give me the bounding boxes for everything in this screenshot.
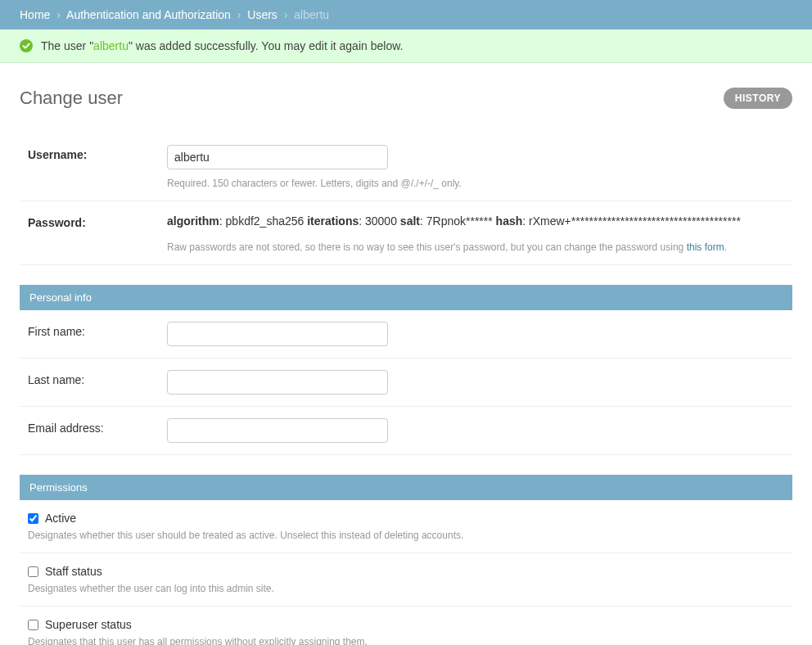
password-info: algorithm: pbkdf2_sha256 iterations: 300… (167, 213, 784, 230)
page-title: Change user (20, 88, 123, 109)
superuser-label[interactable]: Superuser status (45, 618, 132, 631)
personal-info-heading: Personal info (20, 285, 792, 310)
staff-checkbox[interactable] (28, 566, 38, 577)
history-button[interactable]: HISTORY (724, 88, 792, 109)
last-name-label: Last name: (28, 370, 167, 386)
username-body: Required. 150 characters or fewer. Lette… (167, 145, 784, 189)
title-bar: Change user HISTORY (20, 88, 792, 109)
password-label: Password: (28, 213, 167, 229)
active-checkbox[interactable] (28, 513, 38, 524)
superuser-help: Designates that this user has all permis… (28, 636, 784, 645)
row-superuser: Superuser status Designates that this us… (20, 607, 792, 645)
active-help: Designates whether this user should be t… (28, 530, 784, 541)
password-body: algorithm: pbkdf2_sha256 iterations: 300… (167, 213, 784, 253)
svg-point-0 (20, 39, 33, 52)
content: Change user HISTORY Username: Required. … (0, 63, 812, 645)
breadcrumb-current: albertu (294, 8, 329, 21)
password-help: Raw passwords are not stored, so there i… (167, 241, 784, 253)
success-message-text: The user "albertu" was added successfull… (41, 39, 403, 52)
success-message: The user "albertu" was added successfull… (0, 29, 812, 63)
breadcrumb-sep: › (237, 8, 241, 21)
email-label: Email address: (28, 418, 167, 435)
row-first-name: First name: (20, 310, 792, 359)
breadcrumbs: Home › Authentication and Authorization … (0, 0, 812, 29)
row-username: Username: Required. 150 characters or fe… (20, 133, 792, 201)
row-email: Email address: (20, 407, 792, 455)
module-permissions: Permissions Active Designates whether th… (20, 475, 792, 645)
row-active: Active Designates whether this user shou… (20, 500, 792, 553)
row-staff: Staff status Designates whether the user… (20, 553, 792, 607)
first-name-input[interactable] (167, 322, 388, 346)
row-password: Password: algorithm: pbkdf2_sha256 itera… (20, 201, 792, 265)
active-label[interactable]: Active (45, 512, 76, 525)
change-password-link[interactable]: this form (687, 241, 724, 253)
staff-help: Designates whether the user can log into… (28, 583, 784, 594)
email-input[interactable] (167, 418, 388, 443)
staff-label[interactable]: Staff status (45, 565, 102, 578)
username-help: Required. 150 characters or fewer. Lette… (167, 178, 784, 189)
last-name-input[interactable] (167, 370, 388, 395)
row-last-name: Last name: (20, 359, 792, 407)
breadcrumb-auth[interactable]: Authentication and Authorization (66, 8, 231, 21)
permissions-heading: Permissions (20, 475, 792, 500)
breadcrumb-users[interactable]: Users (247, 8, 277, 21)
module-personal-info: Personal info First name: Last name: Ema… (20, 285, 792, 455)
username-input[interactable] (167, 145, 388, 169)
message-user-link[interactable]: albertu (93, 39, 129, 52)
breadcrumb-sep: › (284, 8, 288, 21)
first-name-label: First name: (28, 322, 167, 338)
success-check-icon (20, 39, 33, 52)
superuser-checkbox[interactable] (28, 620, 38, 630)
username-label: Username: (28, 145, 167, 161)
breadcrumb-home[interactable]: Home (20, 8, 50, 21)
breadcrumb-sep: › (56, 8, 61, 21)
module-basic: Username: Required. 150 characters or fe… (20, 133, 792, 265)
